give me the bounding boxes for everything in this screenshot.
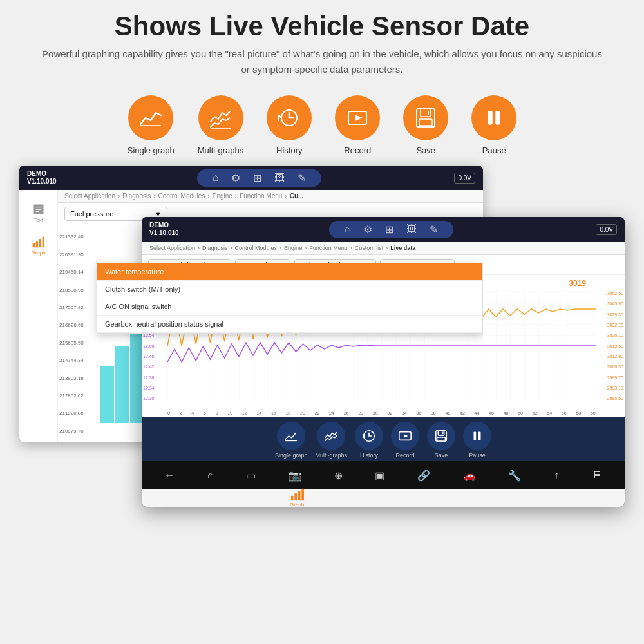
breadcrumb-1: Select Application — [64, 193, 115, 200]
svg-rect-23 — [301, 489, 304, 500]
front-nav-image-icon[interactable]: 🖼 — [406, 223, 417, 235]
nav-square-icon[interactable]: ▣ — [375, 469, 384, 482]
toolbar-multi-graphs[interactable]: Multi-graphs — [316, 422, 348, 459]
nav-car-icon[interactable]: 🚗 — [463, 469, 476, 482]
back-dropdown-overlay: Water temperature Clutch switch (M/T onl… — [97, 263, 483, 334]
front-device-nav: ⌂ ⚙ ⊞ 🖼 ✎ — [187, 221, 596, 238]
xl-26: 26 — [344, 411, 349, 415]
svg-rect-6 — [421, 109, 431, 117]
nav-camera-icon[interactable]: 📷 — [289, 469, 301, 482]
front-nav-home-icon[interactable]: ⌂ — [345, 223, 351, 235]
nav-back-icon[interactable]: ← — [164, 469, 175, 481]
toolbar-pause-label: Pause — [469, 452, 486, 459]
toolbar-save[interactable]: Save — [427, 422, 455, 459]
front-bc-sep4: › — [305, 245, 307, 251]
xl-28: 28 — [358, 411, 363, 415]
toolbar-record-label: Record — [396, 452, 415, 459]
nav-window-icon[interactable]: ▭ — [246, 469, 256, 482]
dropdown-ac[interactable]: A/C ON signal switch — [97, 298, 482, 316]
front-sidebar: Graph — [290, 488, 304, 507]
svg-rect-16 — [36, 242, 38, 248]
front-breadcrumb: Select Application › Diagnosis › Control… — [142, 242, 625, 255]
y-label-1: 221332.46 — [59, 234, 84, 240]
feature-icon-row: Single graph Multi-graphs History — [0, 95, 644, 155]
front-nav-settings-icon[interactable]: ⚙ — [363, 223, 372, 236]
y-label-7: 215685.50 — [59, 340, 84, 346]
svg-rect-21 — [294, 493, 297, 500]
feature-multi-graphs: Multi-graphs — [198, 95, 244, 155]
page-title: Shows Live Vehicle Sensor Date — [39, 12, 605, 41]
breadcrumb-sep-4: › — [235, 193, 237, 200]
back-nav-home-icon[interactable]: ⌂ — [213, 172, 219, 184]
sidebar-text-item[interactable]: Text — [32, 203, 45, 223]
breadcrumb-5: Function Menu — [240, 193, 282, 200]
history-icon-circle — [267, 95, 312, 140]
pause-icon — [482, 106, 506, 129]
record-icon — [346, 106, 369, 129]
xl-14: 14 — [256, 411, 261, 415]
toolbar-multi-graphs-label: Multi-graphs — [316, 452, 348, 459]
svg-rect-33 — [478, 432, 481, 440]
front-graph-label: Graph — [290, 502, 304, 507]
xl-54: 54 — [547, 411, 552, 415]
yr-2: 3045.90 — [607, 301, 623, 306]
toolbar-single-graph-icon — [284, 429, 298, 443]
xl-30: 30 — [373, 411, 378, 415]
y-label-4: 218508.98 — [59, 287, 84, 293]
xl-48: 48 — [504, 411, 509, 415]
back-topbar: DEMOV1.10.010 ⌂ ⚙ ⊞ 🖼 ✎ 0.0V — [19, 166, 483, 190]
front-nav-bar: ← ⌂ ▭ 📷 ⊕ ▣ 🔗 🚗 🔧 ↑ 🖥 — [142, 461, 625, 489]
feature-pause: Pause — [471, 95, 516, 155]
back-nav-settings-icon[interactable]: ⚙ — [231, 172, 240, 184]
toolbar-record[interactable]: Record — [391, 422, 419, 459]
toolbar-multi-graphs-circle — [317, 422, 345, 450]
back-nav-grid-icon[interactable]: ⊞ — [253, 172, 261, 184]
back-device-nav: ⌂ ⚙ ⊞ 🖼 ✎ — [64, 169, 455, 187]
sidebar-graph-item[interactable]: Graph — [31, 236, 45, 256]
nav-globe-icon[interactable]: ⊕ — [334, 469, 343, 482]
svg-rect-9 — [488, 111, 492, 124]
toolbar-history[interactable]: History — [355, 422, 383, 459]
xl-8: 8 — [216, 411, 218, 415]
single-graph-label: Single graph — [128, 146, 175, 155]
page-subtitle: Powerful graphing capability gives you t… — [39, 46, 605, 77]
breadcrumb-4: Engine — [213, 193, 232, 200]
nav-wrench-icon[interactable]: 🔧 — [508, 469, 521, 482]
xl-24: 24 — [329, 411, 334, 415]
xl-40: 40 — [445, 411, 450, 415]
yl-6: 12.50 — [143, 344, 155, 348]
toolbar-single-graph[interactable]: Single graph — [275, 422, 308, 459]
single-graph-icon-circle — [128, 95, 173, 140]
back-nav-edit-icon[interactable]: ✎ — [298, 172, 306, 184]
front-nav-edit-icon[interactable]: ✎ — [430, 223, 438, 236]
header-section: Shows Live Vehicle Sensor Date Powerful … — [0, 0, 644, 84]
y-label-2: 220391.30 — [59, 252, 84, 258]
yr-11: 2986.50 — [607, 396, 623, 401]
bar-1 — [100, 366, 114, 423]
save-icon — [414, 106, 437, 129]
y-label-5: 217567.82 — [59, 305, 84, 310]
dropdown-gearbox[interactable]: Gearbox neutral position status signal — [97, 316, 482, 333]
nav-upload-icon[interactable]: ↑ — [554, 469, 559, 481]
back-nav-image-icon[interactable]: 🖼 — [274, 172, 285, 184]
yr-6: 3019.50 — [607, 344, 623, 348]
front-graph-item[interactable]: Graph — [290, 488, 304, 507]
breadcrumb-2: Diagnosis — [122, 193, 151, 200]
nav-home-icon[interactable]: ⌂ — [207, 469, 214, 481]
feature-history: History — [267, 95, 312, 155]
xl-36: 36 — [416, 411, 421, 415]
nav-link-icon[interactable]: 🔗 — [417, 469, 430, 482]
front-bc-6: Custom list — [355, 245, 384, 251]
toolbar-pause[interactable]: Pause — [463, 422, 491, 459]
toolbar-save-label: Save — [435, 452, 448, 459]
history-label: History — [276, 146, 302, 155]
dropdown-water-temp[interactable]: Water temperature — [97, 263, 482, 281]
front-nav-grid-icon[interactable]: ⊞ — [385, 223, 393, 236]
breadcrumb-sep-3: › — [207, 193, 209, 200]
xl-34: 34 — [402, 411, 407, 415]
nav-display-icon[interactable]: 🖥 — [592, 469, 602, 481]
svg-rect-22 — [298, 491, 301, 501]
dropdown-clutch[interactable]: Clutch switch (M/T only) — [97, 281, 482, 298]
xl-42: 42 — [460, 411, 465, 415]
toolbar-single-graph-label: Single graph — [275, 452, 308, 459]
